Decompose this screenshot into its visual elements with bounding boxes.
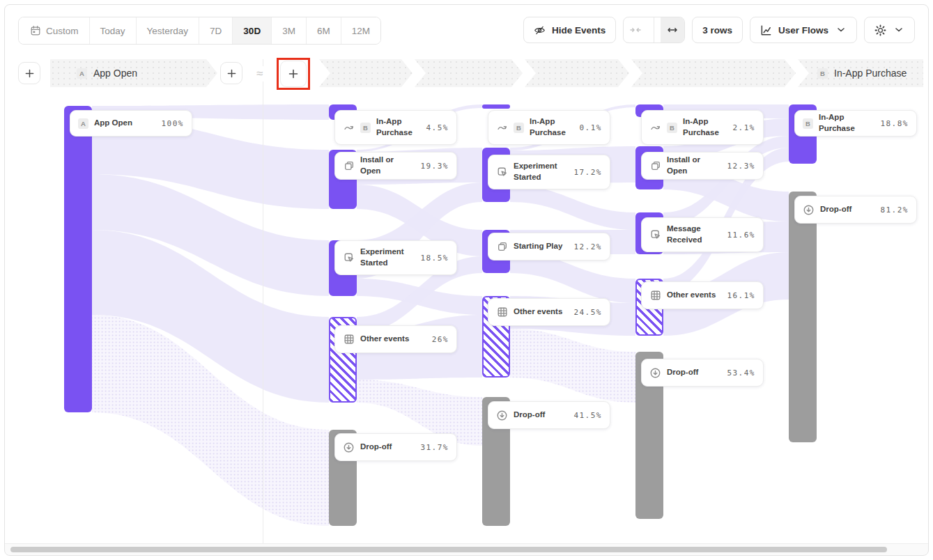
node-value: 19.3% <box>420 162 449 171</box>
flow-node-bar-app-open[interactable] <box>64 106 92 412</box>
arrows-inward-icon <box>630 24 642 36</box>
node-label: Other events <box>667 290 721 301</box>
node-value: 31.7% <box>420 443 449 452</box>
flow-node-card-drop-off[interactable]: Drop-off41.5% <box>488 401 610 429</box>
node-value: 81.2% <box>880 205 909 215</box>
flow-ribbon <box>510 185 635 230</box>
horizontal-scrollbar-track[interactable] <box>5 543 928 555</box>
arrows-outward-icon <box>667 24 679 36</box>
collapse-columns-button[interactable] <box>624 17 647 42</box>
flow-node-card-app-open[interactable]: AApp Open100% <box>70 110 192 137</box>
horizontal-scrollbar-thumb[interactable] <box>10 547 887 552</box>
node-slot-badge: B <box>514 123 524 133</box>
flow-ribbon <box>663 136 789 226</box>
node-value: 53.4% <box>727 368 755 378</box>
step-segment-empty-3 <box>525 59 629 87</box>
node-label: In-App Purchase <box>683 116 727 138</box>
copy-icon <box>496 241 508 253</box>
arrow-down-circle-icon <box>803 204 815 216</box>
flow-node-card-in-app-purchase[interactable]: BIn-App Purchase4.5% <box>334 110 457 145</box>
grid-icon <box>496 306 508 318</box>
date-range-yesterday[interactable]: Yesterday <box>137 17 200 44</box>
chevron-down-icon <box>835 24 847 36</box>
node-value: 2.1% <box>733 123 756 132</box>
highlighted-add-step-button[interactable] <box>277 58 310 90</box>
settings-dropdown[interactable] <box>864 17 915 43</box>
date-range-label: 30D <box>243 26 261 36</box>
copy-icon <box>649 160 661 172</box>
flow-node-card-experiment-started[interactable]: Experiment Started17.2% <box>488 155 610 189</box>
date-range-label: 12M <box>352 26 370 36</box>
flow-node-card-message-received[interactable]: Message Received11.6% <box>641 217 764 252</box>
flow-node-card-install-or-open[interactable]: Install or Open19.3% <box>334 152 457 180</box>
node-label: Drop-off <box>360 442 415 453</box>
date-range-3m[interactable]: 3M <box>272 17 307 44</box>
flow-node-card-other-events[interactable]: Other events24.5% <box>488 298 610 326</box>
flow-node-card-in-app-purchase[interactable]: BIn-App Purchase2.1% <box>641 110 764 145</box>
flow-node-bar-drop-off[interactable] <box>789 192 817 442</box>
node-label: Drop-off <box>514 410 568 421</box>
date-range-label: Yesterday <box>147 26 189 36</box>
date-range-6m[interactable]: 6M <box>307 17 341 44</box>
click-icon <box>496 166 508 178</box>
node-slot-badge: B <box>360 123 371 133</box>
date-range-30d[interactable]: 30D <box>233 17 272 44</box>
flow-node-card-starting-play[interactable]: Starting Play12.2% <box>488 233 610 260</box>
toolbar-actions: Hide Events 3 rows <box>523 17 915 43</box>
node-slot-badge: A <box>78 118 88 129</box>
node-label: In-App Purchase <box>530 116 574 138</box>
copy-icon <box>343 160 355 172</box>
step-segment-in-app-purchase[interactable]: B In-App Purchase <box>798 59 923 87</box>
flow-node-card-drop-off[interactable]: Drop-off81.2% <box>794 196 917 224</box>
node-value: 18.5% <box>420 254 449 263</box>
expand-columns-button[interactable] <box>661 17 684 42</box>
node-value: 12.2% <box>573 242 602 251</box>
flow-ribbon <box>92 315 329 526</box>
flow-node-bar-in-app-purchase[interactable] <box>482 104 510 109</box>
node-value: 11.6% <box>727 231 755 240</box>
node-label: Other events <box>360 334 426 345</box>
add-step-after-a-button[interactable] <box>220 62 242 84</box>
flow-ribbon <box>510 329 635 403</box>
grid-icon <box>343 334 355 345</box>
rows-button[interactable]: 3 rows <box>692 17 743 43</box>
flow-ribbon <box>357 279 482 315</box>
plus-icon <box>226 68 238 79</box>
flow-node-card-other-events[interactable]: Other events26% <box>334 325 457 353</box>
date-range-12m[interactable]: 12M <box>341 17 380 44</box>
flow-node-card-drop-off[interactable]: Drop-off31.7% <box>334 433 457 461</box>
hide-events-label: Hide Events <box>552 25 606 36</box>
node-value: 12.3% <box>727 162 755 171</box>
node-label: Install or Open <box>360 155 415 176</box>
node-value: 18.8% <box>880 119 909 128</box>
flow-node-card-other-events[interactable]: Other events16.1% <box>641 281 764 309</box>
node-label: Drop-off <box>820 204 874 215</box>
node-value: 4.5% <box>426 123 449 132</box>
trend-arrow-icon <box>343 122 355 134</box>
date-range-label: 7D <box>210 26 222 36</box>
date-range-today[interactable]: Today <box>90 17 137 44</box>
flow-node-card-install-or-open[interactable]: Install or Open12.3% <box>641 152 764 180</box>
calendar-icon <box>29 25 41 37</box>
date-range-custom[interactable]: Custom <box>19 17 90 44</box>
trend-arrow-icon <box>496 122 508 134</box>
step-segment-app-open[interactable]: A App Open <box>50 59 217 87</box>
add-step-before-button[interactable] <box>18 62 40 84</box>
date-range-7d[interactable]: 7D <box>199 17 233 44</box>
hide-events-button[interactable]: Hide Events <box>523 17 616 43</box>
flow-node-card-in-app-purchase[interactable]: BIn-App Purchase0.1% <box>488 110 610 145</box>
node-label: Experiment Started <box>360 247 415 268</box>
flow-node-card-drop-off[interactable]: Drop-off53.4% <box>641 359 764 387</box>
node-label: Other events <box>514 306 568 318</box>
flow-node-card-experiment-started[interactable]: Experiment Started18.5% <box>334 240 457 275</box>
approx-symbol: ≈ <box>255 66 264 81</box>
date-range-selector: CustomTodayYesterday7D30D3M6M12M <box>18 17 381 45</box>
node-value: 17.2% <box>573 168 602 177</box>
step-label: In-App Purchase <box>834 68 907 79</box>
date-range-label: 3M <box>282 26 295 36</box>
view-selector-dropdown[interactable]: User Flows <box>750 17 857 43</box>
click-icon <box>343 252 355 264</box>
step-label: App Open <box>93 68 137 79</box>
node-value: 100% <box>162 119 185 128</box>
flow-node-card-in-app-purchase[interactable]: BIn-App Purchase18.8% <box>794 110 917 137</box>
